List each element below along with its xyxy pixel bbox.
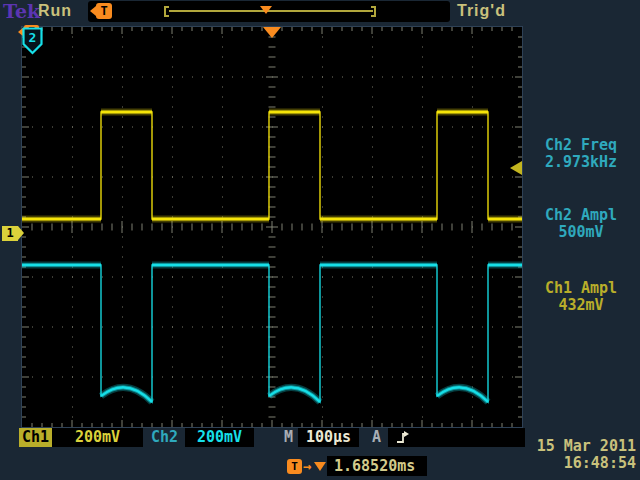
oscilloscope-screen: Tek Run T Trig'd T 1 2 Ch2 Freq 2.973k bbox=[0, 0, 640, 480]
measurement-label: Ch2 Ampl bbox=[524, 207, 638, 224]
delay-triangle-icon bbox=[314, 462, 326, 471]
ch1-marker-label: 1 bbox=[6, 226, 13, 240]
datetime-display: 15 Mar 2011 16:48:54 bbox=[537, 438, 636, 472]
acquisition-status: Run bbox=[38, 2, 72, 20]
trigger-record-view: T bbox=[88, 1, 450, 22]
trigger-level-arrow-icon bbox=[510, 161, 522, 175]
ch1-scale-readout: 200mV bbox=[52, 428, 143, 447]
ch1-label-badge: Ch1 bbox=[19, 428, 52, 447]
measurement-ch2-ampl: Ch2 Ampl 500mV bbox=[524, 207, 638, 241]
svg-text:2: 2 bbox=[29, 30, 37, 45]
measurement-label: Ch1 Ampl bbox=[524, 280, 638, 297]
tek-logo: Tek bbox=[3, 0, 40, 22]
measurement-label: Ch2 Freq bbox=[524, 137, 638, 154]
waveform-plot bbox=[22, 27, 522, 427]
left-arrow-icon bbox=[90, 6, 96, 16]
ch2-label: Ch2 bbox=[151, 428, 185, 447]
measurement-ch1-ampl: Ch1 Ampl 432mV bbox=[524, 280, 638, 314]
trigger-readout: Ch1 260mV bbox=[388, 428, 525, 447]
trigger-mode-label: A bbox=[372, 428, 386, 447]
date-display: 15 Mar 2011 bbox=[537, 438, 636, 455]
ch2-ground-marker: 2 bbox=[22, 27, 43, 55]
timebase-label: M bbox=[284, 428, 298, 447]
measurement-ch2-freq: Ch2 Freq 2.973kHz bbox=[524, 137, 638, 171]
trigger-position-icon: T bbox=[96, 3, 112, 19]
trigger-letter: T bbox=[291, 460, 298, 473]
trigger-status: Trig'd bbox=[457, 2, 506, 20]
trigger-letter: T bbox=[100, 4, 107, 18]
timebase-readout: 100µs bbox=[298, 428, 359, 447]
ch2-scale-readout: 200mV bbox=[185, 428, 254, 447]
ch1-ground-marker: 1 bbox=[2, 226, 18, 241]
record-trigger-triangle-icon bbox=[260, 6, 272, 14]
measurement-value: 2.973kHz bbox=[524, 154, 638, 171]
right-arrow-icon: → bbox=[303, 458, 311, 474]
measurement-value: 500mV bbox=[524, 224, 638, 241]
right-arrow-icon bbox=[18, 226, 24, 240]
measurement-value: 432mV bbox=[524, 297, 638, 314]
trigger-delay-value: 1.68520ms bbox=[327, 456, 427, 476]
rising-edge-icon bbox=[396, 430, 411, 446]
trigger-position-marker-icon bbox=[263, 27, 281, 38]
time-display: 16:48:54 bbox=[537, 455, 636, 472]
graticule: T 1 2 bbox=[22, 27, 522, 427]
trigger-delay-icon: T bbox=[287, 459, 302, 474]
record-end-bracket-icon bbox=[371, 6, 376, 17]
